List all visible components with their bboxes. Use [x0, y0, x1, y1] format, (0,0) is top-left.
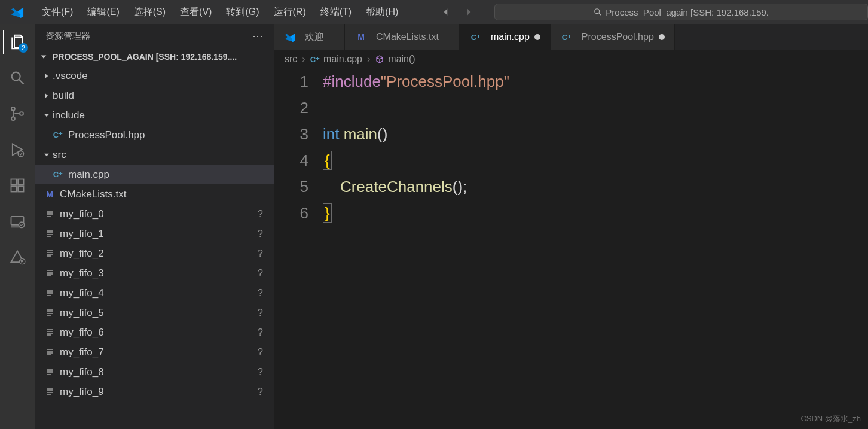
- code-line[interactable]: #include"ProcessPool.hpp": [323, 68, 868, 95]
- editor-tab[interactable]: MCMakeLists.txt: [345, 24, 460, 50]
- title-search-text: Process_Pool_again [SSH: 192.168.159.: [606, 7, 769, 17]
- chevron-right-icon: [43, 92, 53, 99]
- tree-file[interactable]: C⁺ProcessPool.hpp: [35, 125, 274, 145]
- activity-extensions-icon[interactable]: [3, 174, 32, 197]
- cpp-icon: C⁺: [471, 33, 481, 42]
- file-lines-icon: [45, 308, 54, 318]
- menu-item[interactable]: 帮助(H): [359, 6, 405, 19]
- tree-file[interactable]: MCMakeLists.txt: [35, 184, 274, 204]
- file-status: ?: [258, 327, 263, 338]
- title-bar: 文件(F)编辑(E)选择(S)查看(V)转到(G)运行(R)终端(T)帮助(H)…: [0, 0, 868, 24]
- sidebar-more-icon[interactable]: ⋯: [252, 29, 263, 42]
- cpp-icon: C⁺: [469, 33, 482, 42]
- editor-tabs: 欢迎MCMakeLists.txtC⁺main.cppC⁺ProcessPool…: [274, 24, 868, 50]
- breadcrumb-item[interactable]: main(): [375, 54, 415, 65]
- nav-forward-icon[interactable]: [460, 3, 478, 21]
- breadcrumb-item[interactable]: C⁺main.cpp: [310, 54, 362, 65]
- title-search[interactable]: Process_Pool_again [SSH: 192.168.159.: [494, 4, 868, 20]
- line-number: 1: [274, 68, 308, 95]
- file-status: ?: [258, 308, 263, 318]
- code-lines[interactable]: #include"ProcessPool.hpp"int main(){ Cre…: [323, 68, 868, 429]
- vscode-icon: [283, 32, 297, 42]
- breadcrumbs[interactable]: src›C⁺main.cpp›main(): [274, 50, 868, 68]
- activity-remote-icon[interactable]: [3, 209, 32, 233]
- tree-item-label: my_fifo_6: [60, 327, 104, 339]
- project-name: PROCESS_POOL_AGAIN [SSH: 192.168.159....: [53, 52, 237, 62]
- activity-search-icon[interactable]: [3, 66, 32, 90]
- tree-item-label: include: [53, 109, 85, 121]
- code-editor[interactable]: 123456 #include"ProcessPool.hpp"int main…: [274, 68, 868, 429]
- symbol-method-icon: [375, 54, 384, 64]
- tree-item-label: my_fifo_5: [60, 307, 104, 319]
- menu-item[interactable]: 转到(G): [219, 6, 266, 19]
- chevron-down-icon: [39, 53, 49, 61]
- file-status: ?: [258, 288, 263, 299]
- tree-file[interactable]: my_fifo_1?: [35, 224, 274, 244]
- tree-item-label: my_fifo_8: [60, 366, 104, 378]
- breadcrumb-separator-icon: ›: [302, 54, 305, 65]
- nav-back-icon[interactable]: [437, 3, 455, 21]
- cmake-icon: M: [357, 32, 365, 42]
- svg-rect-11: [18, 179, 23, 185]
- tree-folder[interactable]: .vscode: [35, 66, 274, 86]
- breadcrumb-item[interactable]: src: [285, 54, 297, 65]
- tree-file[interactable]: my_fifo_7?: [35, 342, 274, 362]
- code-line[interactable]: CreateChannels();: [323, 174, 868, 200]
- line-gutter: 123456: [274, 68, 323, 429]
- tree-file[interactable]: my_fifo_3?: [35, 263, 274, 283]
- code-line[interactable]: [323, 95, 868, 121]
- code-line[interactable]: }: [323, 200, 868, 226]
- menu-item[interactable]: 终端(T): [313, 6, 359, 19]
- activity-debug-icon[interactable]: [3, 138, 32, 162]
- file-status: ?: [258, 209, 263, 220]
- file-tree: .vscodebuildincludeC⁺ProcessPool.hppsrcC…: [35, 66, 274, 429]
- file-status: ?: [258, 268, 263, 279]
- tree-file[interactable]: my_fifo_5?: [35, 303, 274, 322]
- vscode-logo: [0, 5, 35, 19]
- activity-cmake-icon[interactable]: [3, 245, 32, 269]
- tree-item-label: my_fifo_0: [60, 208, 104, 220]
- breadcrumb-separator-icon: ›: [367, 54, 370, 65]
- line-number: 4: [274, 147, 308, 174]
- cpp-icon: C⁺: [310, 55, 320, 64]
- tree-folder[interactable]: include: [35, 105, 274, 125]
- tree-item-label: my_fifo_1: [60, 228, 104, 240]
- activity-scm-icon[interactable]: [3, 102, 32, 126]
- editor-tab[interactable]: 欢迎: [274, 24, 345, 50]
- tree-file[interactable]: my_fifo_4?: [35, 283, 274, 303]
- tree-file[interactable]: my_fifo_9?: [35, 382, 274, 401]
- menu-item[interactable]: 文件(F): [35, 6, 80, 19]
- cmake-icon: M: [46, 190, 53, 199]
- tree-folder[interactable]: src: [35, 145, 274, 165]
- code-line[interactable]: {: [323, 147, 868, 174]
- tree-item-label: CMakeLists.txt: [60, 188, 126, 200]
- tree-file[interactable]: C⁺main.cpp: [35, 165, 274, 184]
- breadcrumb-label: main.cpp: [323, 54, 362, 65]
- nav-arrows: [432, 3, 482, 21]
- cpp-icon: C⁺: [53, 170, 63, 179]
- menu-item[interactable]: 编辑(E): [80, 6, 126, 19]
- tree-file[interactable]: my_fifo_0?: [35, 204, 274, 224]
- tree-file[interactable]: my_fifo_8?: [35, 362, 274, 382]
- menu-item[interactable]: 运行(R): [267, 6, 313, 19]
- breadcrumb-label: src: [285, 54, 297, 65]
- menu-item[interactable]: 选择(S): [127, 6, 173, 19]
- code-line[interactable]: int main(): [323, 121, 868, 147]
- search-icon: [594, 8, 602, 16]
- tree-item-label: my_fifo_7: [60, 346, 104, 358]
- menu-item[interactable]: 查看(V): [173, 6, 219, 19]
- project-header[interactable]: PROCESS_POOL_AGAIN [SSH: 192.168.159....: [35, 48, 274, 66]
- dirty-indicator-icon: [659, 34, 665, 40]
- tree-file[interactable]: my_fifo_2?: [35, 244, 274, 263]
- activity-explorer-icon[interactable]: 2: [3, 30, 32, 54]
- editor-tab[interactable]: C⁺ProcessPool.hpp: [551, 24, 675, 50]
- tree-file[interactable]: my_fifo_6?: [35, 322, 274, 342]
- svg-rect-8: [11, 179, 17, 185]
- file-lines-icon: [45, 269, 54, 278]
- file-lines-icon: [45, 367, 54, 377]
- editor-tab[interactable]: C⁺main.cpp: [460, 24, 551, 50]
- tree-folder[interactable]: build: [35, 86, 274, 105]
- file-status: ?: [258, 248, 263, 259]
- file-status: ?: [258, 387, 263, 397]
- file-lines-icon: [45, 209, 54, 219]
